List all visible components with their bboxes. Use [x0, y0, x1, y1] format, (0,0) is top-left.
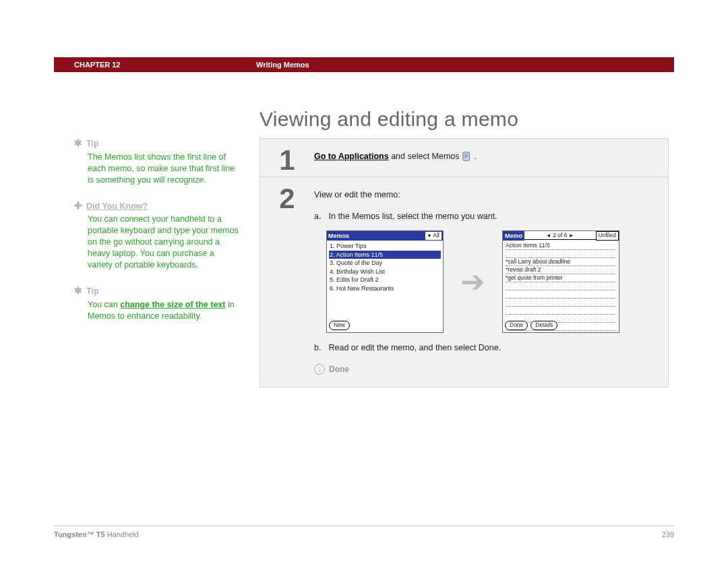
tip-heading: Tip — [86, 286, 99, 297]
substep-label: b. — [314, 342, 326, 354]
sidebar: ✱ Tip The Memos list shows the first lin… — [74, 138, 239, 336]
step-number: 1 — [260, 139, 314, 177]
step-number: 2 — [260, 177, 314, 387]
memo-line — [506, 250, 616, 258]
go-to-applications-link[interactable]: Go to Applications — [314, 152, 389, 161]
palm-memos-list: Memos ▼ All 1. Power Tips 2. Action Item… — [326, 230, 444, 333]
palm-category-dropdown[interactable]: ▼ All — [425, 232, 442, 240]
memo-line — [506, 299, 616, 307]
list-item[interactable]: 3. Quote of the Day — [329, 259, 441, 268]
palm-titlebar: Memos ▼ All — [327, 231, 443, 241]
done-label: Done — [329, 364, 349, 375]
memo-line — [506, 307, 616, 315]
palm-list: 1. Power Tips 2. Action Items 11/5 3. Qu… — [327, 241, 443, 294]
done-arrow-icon: ↓ — [314, 364, 325, 375]
chevron-left-icon[interactable]: ◄ — [546, 232, 551, 239]
step-intro: View or edit the memo: — [314, 189, 656, 201]
section-label: Writing Memos — [256, 61, 309, 69]
tip-block-2: ✱ Tip You can change the size of the tex… — [74, 286, 239, 322]
page-footer: Tungsten™ T5 Handheld 239 — [54, 526, 674, 538]
done-marker: ↓ Done — [314, 364, 656, 375]
plus-icon: ✚ — [74, 201, 82, 210]
product-bold: Tungsten™ T5 — [54, 530, 105, 538]
chevron-down-icon: ▼ — [427, 232, 432, 239]
list-item[interactable]: 4. Birthday Wish List — [329, 268, 441, 276]
list-item[interactable]: 1. Power Tips — [329, 242, 441, 251]
substep-text: In the Memos list, select the memo you w… — [328, 212, 497, 221]
palm-titlebar: Memo ◄ 2 of 6 ► Unfiled — [503, 231, 619, 241]
step-content: Go to Applications and select Memos . — [314, 139, 668, 177]
list-item[interactable]: 5. Edits for Draft 2 — [329, 276, 441, 284]
memo-body[interactable]: Action Items 11/5 *call Larry about dead… — [503, 241, 619, 331]
star-icon: ✱ — [74, 286, 82, 295]
palm-app-title: Memo — [503, 231, 524, 241]
tip-body: You can change the size of the text in M… — [88, 299, 239, 322]
steps-panel: 1 Go to Applications and select Memos . … — [260, 138, 669, 387]
step-content: View or edit the memo: a. In the Memos l… — [314, 177, 668, 387]
substep-b: b. Read or edit the memo, and then selec… — [314, 342, 656, 354]
palm-app-title: Memos — [328, 232, 349, 241]
list-item[interactable]: 2. Action Items 11/5 — [329, 251, 441, 259]
screenshots-row: Memos ▼ All 1. Power Tips 2. Action Item… — [326, 230, 656, 333]
list-item[interactable]: 6. Hot New Restaurants — [329, 284, 441, 293]
memo-line — [506, 290, 616, 299]
memos-app-icon — [462, 152, 472, 162]
palm-memo-detail: Memo ◄ 2 of 6 ► Unfiled Action Items 11/… — [502, 230, 619, 333]
tip-prefix: You can — [88, 300, 120, 309]
product-rest: Handheld — [105, 530, 139, 538]
step-text: and select Memos — [389, 152, 462, 161]
chapter-header: CHAPTER 12 Writing Memos — [54, 57, 674, 72]
step-trailing: . — [475, 152, 477, 161]
change-text-size-link[interactable]: change the size of the text — [120, 300, 225, 309]
step-2: 2 View or edit the memo: a. In the Memos… — [260, 177, 668, 387]
step-1: 1 Go to Applications and select Memos . — [260, 139, 668, 177]
memo-line — [506, 282, 616, 290]
did-you-know-heading[interactable]: Did You Know? — [86, 201, 148, 212]
arrow-right-icon: ➔ — [460, 267, 485, 296]
details-button[interactable]: Details — [530, 321, 557, 330]
new-button[interactable]: New — [329, 321, 350, 330]
memo-line: *revise draft 2 — [506, 266, 616, 274]
memo-line: Action Items 11/5 — [506, 242, 616, 250]
svg-rect-0 — [463, 152, 469, 160]
chapter-label: CHAPTER 12 — [74, 61, 120, 69]
page-title: Viewing and editing a memo — [260, 108, 518, 131]
palm-category-label: All — [433, 232, 439, 240]
tip-heading: Tip — [86, 138, 99, 150]
tip-block-1: ✱ Tip The Memos list shows the first lin… — [74, 138, 239, 186]
done-button[interactable]: Done — [505, 321, 528, 330]
chevron-right-icon[interactable]: ► — [569, 232, 574, 239]
substep-label: a. — [314, 211, 326, 223]
tip-body: The Memos list shows the first line of e… — [88, 152, 239, 186]
memo-line: *call Larry about deadline — [506, 258, 616, 266]
did-you-know-block: ✚ Did You Know? You can connect your han… — [74, 201, 239, 271]
memo-line: *get quote from printer — [506, 274, 616, 282]
counter-text: 2 of 6 — [553, 232, 567, 239]
product-name: Tungsten™ T5 Handheld — [54, 530, 139, 538]
palm-record-counter: ◄ 2 of 6 ► — [524, 232, 596, 241]
palm-category-selector[interactable]: Unfiled — [596, 231, 619, 241]
substep-text: Read or edit the memo, and then select D… — [328, 343, 501, 352]
star-icon: ✱ — [74, 138, 82, 148]
substep-a: a. In the Memos list, select the memo yo… — [314, 211, 656, 223]
did-you-know-body: You can connect your handheld to a porta… — [88, 214, 239, 270]
page-number: 239 — [662, 530, 674, 538]
